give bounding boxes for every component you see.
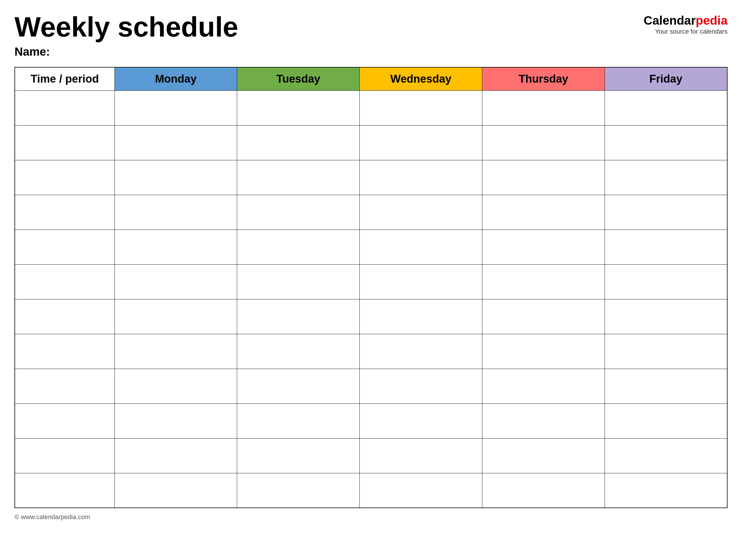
day-cell[interactable] xyxy=(604,125,727,160)
day-cell[interactable] xyxy=(114,404,237,438)
col-header-time: Time / period xyxy=(15,67,114,91)
day-cell[interactable] xyxy=(482,125,604,160)
day-cell[interactable] xyxy=(604,195,727,230)
day-cell[interactable] xyxy=(604,91,727,125)
day-cell[interactable] xyxy=(360,299,482,334)
day-cell[interactable] xyxy=(604,369,727,404)
time-cell[interactable] xyxy=(15,230,114,264)
table-row xyxy=(15,195,727,230)
page-wrapper: Weekly schedule Calendarpedia Your sourc… xyxy=(14,12,728,521)
table-row xyxy=(15,230,727,264)
day-cell[interactable] xyxy=(482,91,604,125)
day-cell[interactable] xyxy=(237,473,360,508)
time-cell[interactable] xyxy=(15,160,114,195)
time-cell[interactable] xyxy=(15,125,114,160)
time-cell[interactable] xyxy=(15,299,114,334)
day-cell[interactable] xyxy=(482,473,604,508)
day-cell[interactable] xyxy=(237,438,360,473)
table-row xyxy=(15,264,727,299)
day-cell[interactable] xyxy=(360,473,482,508)
brand-tagline: Your source for calendars xyxy=(655,28,728,35)
table-row xyxy=(15,438,727,473)
day-cell[interactable] xyxy=(604,404,727,438)
table-header: Time / period Monday Tuesday Wednesday T… xyxy=(15,67,727,91)
day-cell[interactable] xyxy=(604,438,727,473)
day-cell[interactable] xyxy=(604,334,727,369)
page-header: Weekly schedule Calendarpedia Your sourc… xyxy=(14,12,728,42)
day-cell[interactable] xyxy=(237,334,360,369)
table-row xyxy=(15,91,727,125)
day-cell[interactable] xyxy=(114,160,237,195)
day-cell[interactable] xyxy=(604,264,727,299)
col-header-wednesday: Wednesday xyxy=(360,67,482,91)
table-row xyxy=(15,369,727,404)
time-cell[interactable] xyxy=(15,404,114,438)
day-cell[interactable] xyxy=(482,404,604,438)
page-title: Weekly schedule xyxy=(14,12,644,42)
col-header-tuesday: Tuesday xyxy=(237,67,360,91)
table-row xyxy=(15,334,727,369)
day-cell[interactable] xyxy=(360,125,482,160)
day-cell[interactable] xyxy=(482,369,604,404)
day-cell[interactable] xyxy=(114,473,237,508)
day-cell[interactable] xyxy=(237,91,360,125)
table-row xyxy=(15,125,727,160)
day-cell[interactable] xyxy=(482,195,604,230)
time-cell[interactable] xyxy=(15,334,114,369)
day-cell[interactable] xyxy=(360,160,482,195)
day-cell[interactable] xyxy=(604,473,727,508)
day-cell[interactable] xyxy=(237,160,360,195)
time-cell[interactable] xyxy=(15,264,114,299)
day-cell[interactable] xyxy=(114,334,237,369)
day-cell[interactable] xyxy=(482,230,604,264)
brand-logo: Calendarpedia xyxy=(644,14,728,27)
day-cell[interactable] xyxy=(360,438,482,473)
day-cell[interactable] xyxy=(482,264,604,299)
time-cell[interactable] xyxy=(15,195,114,230)
day-cell[interactable] xyxy=(114,264,237,299)
day-cell[interactable] xyxy=(237,369,360,404)
col-header-monday: Monday xyxy=(114,67,237,91)
header-row: Time / period Monday Tuesday Wednesday T… xyxy=(15,67,727,91)
day-cell[interactable] xyxy=(114,230,237,264)
day-cell[interactable] xyxy=(237,299,360,334)
time-cell[interactable] xyxy=(15,369,114,404)
day-cell[interactable] xyxy=(360,334,482,369)
day-cell[interactable] xyxy=(237,125,360,160)
day-cell[interactable] xyxy=(360,369,482,404)
footer-url: © www.calendarpedia.com xyxy=(14,513,728,521)
day-cell[interactable] xyxy=(114,91,237,125)
time-cell[interactable] xyxy=(15,473,114,508)
table-row xyxy=(15,473,727,508)
table-row xyxy=(15,404,727,438)
day-cell[interactable] xyxy=(482,160,604,195)
day-cell[interactable] xyxy=(360,230,482,264)
time-cell[interactable] xyxy=(15,438,114,473)
table-row xyxy=(15,160,727,195)
day-cell[interactable] xyxy=(482,334,604,369)
title-area: Weekly schedule xyxy=(14,12,644,42)
day-cell[interactable] xyxy=(237,404,360,438)
day-cell[interactable] xyxy=(604,299,727,334)
day-cell[interactable] xyxy=(360,404,482,438)
day-cell[interactable] xyxy=(482,299,604,334)
day-cell[interactable] xyxy=(482,438,604,473)
day-cell[interactable] xyxy=(114,125,237,160)
day-cell[interactable] xyxy=(604,230,727,264)
day-cell[interactable] xyxy=(360,195,482,230)
brand-logo-accent: pedia xyxy=(696,14,728,27)
day-cell[interactable] xyxy=(360,264,482,299)
day-cell[interactable] xyxy=(604,160,727,195)
day-cell[interactable] xyxy=(114,195,237,230)
time-cell[interactable] xyxy=(15,91,114,125)
brand-area: Calendarpedia Your source for calendars xyxy=(644,12,728,35)
day-cell[interactable] xyxy=(114,438,237,473)
day-cell[interactable] xyxy=(360,91,482,125)
day-cell[interactable] xyxy=(237,195,360,230)
schedule-table: Time / period Monday Tuesday Wednesday T… xyxy=(14,67,728,508)
day-cell[interactable] xyxy=(237,264,360,299)
day-cell[interactable] xyxy=(114,369,237,404)
table-body xyxy=(15,91,727,508)
day-cell[interactable] xyxy=(237,230,360,264)
day-cell[interactable] xyxy=(114,299,237,334)
